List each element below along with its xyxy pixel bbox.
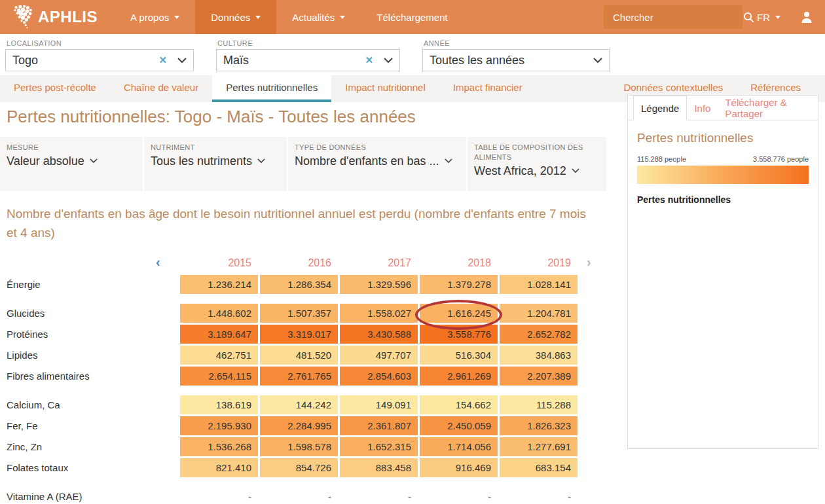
- chevron-down-icon: [174, 16, 179, 19]
- data-cell[interactable]: 1.826.323: [500, 416, 578, 435]
- data-cell[interactable]: 2.207.389: [500, 367, 578, 386]
- data-cell[interactable]: 138.619: [180, 395, 258, 414]
- data-cell[interactable]: -: [500, 487, 578, 504]
- data-cell[interactable]: 2.761.765: [260, 367, 338, 386]
- chevron-down-icon[interactable]: [593, 58, 602, 63]
- data-cell[interactable]: 144.242: [260, 395, 338, 414]
- year-select[interactable]: Toutes les années: [422, 49, 610, 71]
- next-years-button[interactable]: ›: [587, 255, 591, 268]
- data-cell[interactable]: 1.204.781: [500, 304, 578, 323]
- data-cell[interactable]: 516.304: [420, 346, 498, 365]
- clear-crop-icon[interactable]: ✕: [365, 54, 373, 66]
- nav-item-données[interactable]: Données: [195, 0, 276, 34]
- search-input[interactable]: [613, 12, 743, 23]
- data-cell[interactable]: 2.652.782: [500, 325, 578, 344]
- legend-scale-labels: 115.288 people 3.558.776 people: [637, 155, 809, 163]
- chevron-down-icon[interactable]: [177, 58, 187, 63]
- nav-item-a-propos[interactable]: A propos: [115, 0, 195, 34]
- data-filter-table-de-composition-des-aliments[interactable]: TABLE DE COMPOSITION DES ALIMENTSWest Af…: [468, 137, 606, 191]
- data-cell[interactable]: -: [340, 487, 418, 504]
- data-cell[interactable]: 1.286.354: [260, 275, 338, 294]
- data-cell[interactable]: 1.507.357: [260, 304, 338, 323]
- clear-location-icon[interactable]: ✕: [158, 54, 167, 66]
- data-cell[interactable]: 1.598.578: [260, 437, 338, 456]
- location-select[interactable]: Togo ✕: [5, 49, 194, 71]
- data-filter-type-de-données[interactable]: TYPE DE DONNÉESNombre d'enfants en bas .…: [288, 137, 466, 191]
- row-label-énergie: Énergie: [7, 275, 178, 294]
- table-body: Énergie1.236.2141.286.3541.329.5961.379.…: [7, 275, 583, 504]
- data-cell[interactable]: 916.469: [420, 458, 498, 477]
- data-filter-value: Nombre d'enfants en bas ...: [295, 154, 458, 168]
- row-label-fibres-alimentaires: Fibres alimentaires: [7, 367, 178, 386]
- data-cell[interactable]: 2.361.807: [340, 416, 418, 435]
- data-cell[interactable]: 115.288: [500, 395, 578, 414]
- data-filter-value: Valeur absolue: [7, 154, 135, 168]
- data-cell[interactable]: -: [420, 487, 498, 504]
- navbar-right: FR: [604, 0, 825, 34]
- legend-panel-tabs: LégendeInfoTélécharger & Partager: [628, 96, 818, 120]
- data-cell[interactable]: 683.154: [500, 458, 578, 477]
- data-cell[interactable]: 1.379.278: [420, 275, 498, 294]
- data-cell[interactable]: 1.714.056: [420, 437, 498, 456]
- previous-years-button[interactable]: ‹: [156, 255, 160, 268]
- data-cell[interactable]: 154.662: [420, 395, 498, 414]
- crop-select[interactable]: Maïs ✕: [216, 49, 400, 71]
- data-cell[interactable]: 821.410: [180, 458, 258, 477]
- data-cell[interactable]: 149.091: [340, 395, 418, 414]
- chevron-down-icon[interactable]: [384, 58, 393, 63]
- data-cell[interactable]: 3.319.017: [260, 325, 338, 344]
- aphlis-logo[interactable]: APHLIS: [0, 0, 115, 34]
- data-cell[interactable]: 497.707: [340, 346, 418, 365]
- data-cell[interactable]: 2.961.269: [420, 367, 498, 386]
- chevron-down-icon: [340, 16, 345, 19]
- data-filter-label: NUTRIMENT: [151, 143, 279, 153]
- data-cell[interactable]: 1.236.214: [180, 275, 258, 294]
- data-filter-mesure[interactable]: MESUREValeur absolue: [0, 137, 143, 191]
- data-cell[interactable]: 384.863: [500, 346, 578, 365]
- legend-panel: LégendeInfoTélécharger & Partager Pertes…: [627, 95, 818, 449]
- data-cell[interactable]: 3.558.776: [420, 325, 498, 344]
- chevron-down-icon: [255, 16, 261, 19]
- language-selector[interactable]: FR: [757, 12, 780, 23]
- legend-series-label: Pertes nutritionnelles: [637, 194, 809, 205]
- data-filter-label: TABLE DE COMPOSITION DES ALIMENTS: [474, 143, 598, 162]
- data-filter-nutriment[interactable]: NUTRIMENTTous les nutriments: [144, 137, 287, 191]
- chevron-down-icon: [572, 168, 579, 173]
- data-cell[interactable]: 1.616.245: [420, 304, 498, 323]
- data-cell[interactable]: -: [260, 487, 338, 504]
- panel-tab-télécharger-partager[interactable]: Télécharger & Partager: [718, 96, 818, 120]
- data-cell[interactable]: 2.854.603: [340, 367, 418, 386]
- data-cell[interactable]: 3.430.588: [340, 325, 418, 344]
- nav-item-actualités[interactable]: Actualités: [276, 0, 361, 34]
- data-cell[interactable]: 1.652.315: [340, 437, 418, 456]
- data-cell[interactable]: 2.195.930: [180, 416, 258, 435]
- data-filter-value: West Africa, 2012: [474, 164, 598, 178]
- row-label-calcium-ca: Calcium, Ca: [7, 395, 178, 414]
- data-cell[interactable]: 854.726: [260, 458, 338, 477]
- legend-max-label: 3.558.776 people: [753, 155, 809, 163]
- data-cell[interactable]: 1.448.602: [180, 304, 258, 323]
- panel-tab-légende[interactable]: Légende: [633, 96, 687, 120]
- data-cell[interactable]: 1.028.141: [500, 275, 578, 294]
- data-cell[interactable]: 1.277.691: [500, 437, 578, 456]
- data-cell[interactable]: 2.654.115: [180, 367, 258, 386]
- data-cell[interactable]: 462.751: [180, 346, 258, 365]
- data-cell[interactable]: 3.189.647: [180, 325, 258, 344]
- search-icon[interactable]: [743, 12, 754, 23]
- search-box[interactable]: [604, 5, 742, 29]
- data-cell[interactable]: 1.536.268: [180, 437, 258, 456]
- panel-tab-info[interactable]: Info: [687, 96, 718, 120]
- table-row: Zinc, Zn1.536.2681.598.5781.652.3151.714…: [7, 437, 583, 456]
- data-cell[interactable]: -: [180, 487, 258, 504]
- table-row: Protéines3.189.6473.319.0173.430.5883.55…: [7, 325, 583, 344]
- row-label-glucides: Glucides: [7, 304, 178, 323]
- data-cell[interactable]: 1.329.596: [340, 275, 418, 294]
- data-cell[interactable]: 481.520: [260, 346, 338, 365]
- nav-item-téléchargement[interactable]: Téléchargement: [361, 0, 463, 34]
- user-account-icon[interactable]: [800, 10, 813, 24]
- data-cell[interactable]: 2.450.059: [420, 416, 498, 435]
- data-cell[interactable]: 883.458: [340, 458, 418, 477]
- row-label-lipides: Lipides: [7, 346, 178, 365]
- data-cell[interactable]: 1.558.027: [340, 304, 418, 323]
- data-cell[interactable]: 2.284.995: [260, 416, 338, 435]
